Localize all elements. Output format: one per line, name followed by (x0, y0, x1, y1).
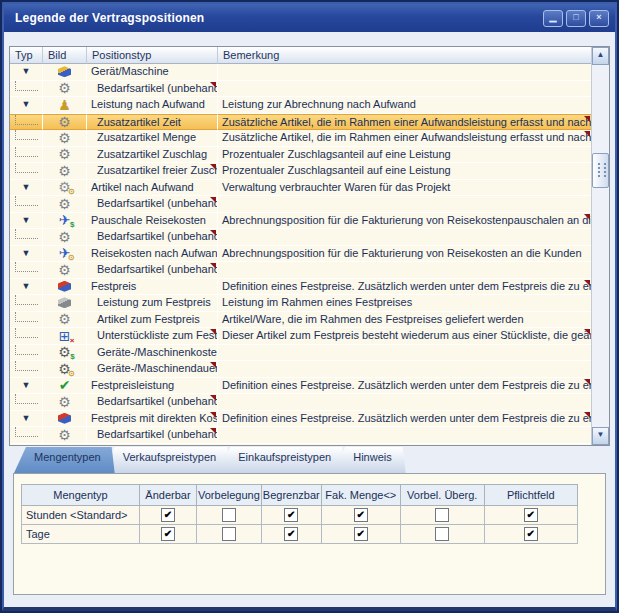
checkbox-unchecked[interactable] (435, 508, 449, 522)
row-typ-cell (10, 147, 43, 164)
gear-icon: ⚙ (58, 263, 71, 277)
plane-dollar-overlay-icon: $ (70, 221, 74, 229)
expand-arrow-icon[interactable]: ▼ (22, 213, 31, 228)
row-icon-cell: ⚙ (43, 312, 87, 329)
table-row[interactable]: ⚙Bedarfsartikel (unbehande (10, 196, 591, 213)
row-icon-cell: ♟ (43, 97, 87, 114)
expand-arrow-icon[interactable]: ▼ (22, 97, 31, 112)
table-row[interactable]: ⚙Zusatzartikel ZuschlagProzentualer Zusc… (10, 147, 591, 164)
row-bemerkung: Definition eines Festpreise. Zusätzlich … (218, 378, 591, 395)
checkbox-checked[interactable]: ✔ (354, 527, 368, 541)
table-row[interactable]: ⚙Bedarfsartikel (unbehande (10, 394, 591, 411)
note-marker-icon (584, 214, 590, 220)
table-row[interactable]: ▼⚙⊙Artikel nach AufwandVerwaltung verbra… (10, 180, 591, 197)
table-row[interactable]: ▼Festpreis mit direkten KosteDefinition … (10, 411, 591, 428)
table-row[interactable]: Leistung zum FestpreisLeistung im Rahmen… (10, 295, 591, 312)
close-button[interactable]: × (589, 10, 609, 27)
checkbox-cell: ✔ (321, 506, 400, 525)
row-positionstyp: Leistung zum Festpreis (87, 295, 218, 312)
mengentyp-label: Tage (22, 525, 140, 544)
checkbox-checked[interactable]: ✔ (161, 527, 175, 541)
mengentypen-column-header: Änderbar (140, 485, 197, 506)
expand-arrow-icon[interactable]: ▼ (22, 246, 31, 261)
mengentypen-column-header: Mengentyp (22, 485, 140, 506)
row-icon-cell: ⚙ (43, 262, 87, 279)
expand-arrow-icon[interactable]: ▼ (22, 180, 31, 195)
table-row[interactable]: ▼Gerät/Maschine (10, 64, 591, 81)
table-row[interactable]: ⚙Bedarfsartikel (unbehande (10, 427, 591, 444)
table-row[interactable]: ▼♟Leistung nach AufwandLeistung zur Abre… (10, 97, 591, 114)
checkbox-checked[interactable]: ✔ (524, 508, 538, 522)
gear-clock-icon: ⚙⊙ (58, 180, 71, 194)
table-row[interactable]: ▼✈$Pauschale ReisekostenAbrechnungsposit… (10, 213, 591, 230)
table-row[interactable]: ⚙Zusatzartikel MengeZusätzliche Artikel,… (10, 130, 591, 147)
table-row[interactable]: ⊞×Unterstückliste zum FestprDieser Artik… (10, 328, 591, 345)
table-row[interactable]: ⚙Bedarfsartikel (unbehande (10, 229, 591, 246)
scrollbar-thumb[interactable] (592, 153, 609, 188)
row-typ-cell (10, 312, 43, 329)
checkbox-cell: ✔ (261, 525, 321, 544)
checkbox-unchecked[interactable] (222, 527, 236, 541)
row-icon-cell: ⚙ (43, 394, 87, 411)
note-marker-icon (584, 116, 590, 122)
row-positionstyp: Bedarfsartikel (unbehande (87, 196, 218, 213)
table-row[interactable]: ⚙⊙Geräte-/Maschinendauer z (10, 361, 591, 378)
table-row[interactable]: ⚙Artikel zum FestpreisArtikel/Ware, die … (10, 312, 591, 329)
column-header-bild[interactable]: Bild (43, 47, 87, 64)
table-row[interactable]: ⚙Bedarfsartikel (unbehande (10, 262, 591, 279)
expand-arrow-icon[interactable]: ▼ (22, 411, 31, 426)
row-typ-cell (10, 229, 43, 246)
checkbox-checked[interactable]: ✔ (354, 508, 368, 522)
expand-arrow-icon[interactable]: ▼ (22, 64, 31, 79)
row-positionstyp: Bedarfsartikel (unbehande (87, 81, 218, 98)
tab-einkaufspreistypen[interactable]: Einkaufspreistypen (218, 447, 345, 473)
note-marker-icon (210, 395, 216, 401)
checkbox-unchecked[interactable] (222, 508, 236, 522)
expand-arrow-icon[interactable]: ▼ (22, 378, 31, 393)
note-marker-icon (210, 428, 216, 434)
positions-table-header: Typ Bild Positionstyp Bemerkung (10, 47, 591, 64)
row-positionstyp: Leistung nach Aufwand (87, 97, 218, 114)
table-row[interactable]: ⚙Bedarfsartikel (unbehande (10, 81, 591, 98)
row-bemerkung (218, 427, 591, 444)
table-row[interactable]: ⚙Zusatzartikel ZeitZusätzliche Artikel, … (10, 114, 591, 131)
table-row[interactable]: ▼FestpreisDefinition eines Festpreise. Z… (10, 279, 591, 296)
checkbox-checked[interactable]: ✔ (524, 527, 538, 541)
checkbox-checked[interactable]: ✔ (284, 508, 298, 522)
checkbox-cell (197, 506, 262, 525)
window-frame: Legende der Vertragspositionen ▁ □ × Typ… (2, 2, 617, 611)
minimize-button[interactable]: ▁ (543, 10, 563, 27)
row-icon-cell: ⚙⊙ (43, 361, 87, 378)
tree-connector-icon (15, 115, 38, 125)
maximize-button[interactable]: □ (566, 10, 586, 27)
note-marker-icon (210, 230, 216, 236)
row-bemerkung (218, 196, 591, 213)
column-header-bemerkung[interactable]: Bemerkung (218, 47, 591, 64)
row-typ-cell (10, 295, 43, 312)
scroll-down-icon[interactable]: ▼ (592, 427, 609, 445)
row-icon-cell: ✈$ (43, 213, 87, 230)
row-typ-cell (10, 196, 43, 213)
tab-verkaufspreistypen[interactable]: Verkaufspreistypen (103, 447, 231, 473)
machine-clock-overlay-icon: ⊙ (68, 370, 75, 378)
tab-mengentypen[interactable]: Mengentypen (14, 447, 115, 473)
note-marker-icon (584, 131, 590, 137)
table-row[interactable]: ▼✈⊙Reisekosten nach AufwandAbrechnungspo… (10, 246, 591, 263)
vertical-scrollbar[interactable]: ▲ ▼ (591, 47, 609, 445)
checkbox-unchecked[interactable] (435, 527, 449, 541)
column-header-positionstyp[interactable]: Positionstyp (87, 47, 218, 64)
checkbox-checked[interactable]: ✔ (284, 527, 298, 541)
column-header-typ[interactable]: Typ (10, 47, 43, 64)
row-positionstyp: Pauschale Reisekosten (87, 213, 218, 230)
expand-arrow-icon[interactable]: ▼ (22, 279, 31, 294)
table-row[interactable]: ⚙$Geräte-/Maschinenkosten (10, 345, 591, 362)
note-marker-icon (584, 329, 590, 335)
row-positionstyp: Unterstückliste zum Festpr (87, 328, 218, 345)
table-row[interactable]: ▼✔FestpreisleistungDefinition eines Fest… (10, 378, 591, 395)
scroll-up-icon[interactable]: ▲ (592, 47, 609, 65)
title-bar[interactable]: Legende der Vertragspositionen ▁ □ × (4, 4, 615, 32)
tree-connector-icon (15, 81, 38, 91)
checkbox-cell: ✔ (484, 525, 577, 544)
table-row[interactable]: ⚙Zusatzartikel freier ZuschlProzentualer… (10, 163, 591, 180)
checkbox-checked[interactable]: ✔ (161, 508, 175, 522)
